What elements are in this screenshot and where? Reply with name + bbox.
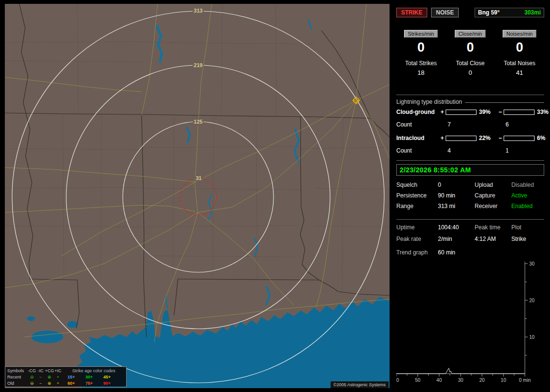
- age-60: 60+: [62, 381, 80, 386]
- distribution-title: Lightning type distribution: [396, 98, 462, 105]
- divider: [396, 95, 544, 95]
- trend-graph-row: Trend graph 60 min: [396, 249, 544, 256]
- map-legend: Symbols -CG -IC +CG +IC Strike age color…: [5, 366, 127, 387]
- svg-text:20: 20: [529, 298, 535, 303]
- upload-label: Upload: [475, 182, 511, 188]
- age-75: 75+: [80, 381, 98, 386]
- strikes-per-min-button[interactable]: Strikes/min: [404, 30, 438, 38]
- rate-counters: Strikes/min 0 Total Strikes 18 Close/min…: [396, 30, 544, 76]
- divider: [396, 219, 544, 220]
- circle-minus-icon: ⊖: [28, 375, 36, 379]
- mode-toolbar: STRIKE NOISE Bng 59° 303mi: [396, 8, 544, 17]
- circle-plus-icon: ⊕: [45, 375, 54, 379]
- stats-grid: Uptime 1004:40 Peak time Plot Peak rate …: [396, 224, 544, 242]
- persistence-value: 90 min: [438, 192, 475, 199]
- cloud-ground-label: Cloud-ground: [396, 109, 439, 115]
- svg-text:10: 10: [501, 378, 507, 383]
- ring-label-313: 313: [194, 8, 203, 14]
- noises-per-min-value: 0: [516, 40, 523, 55]
- svg-text:30: 30: [529, 261, 535, 266]
- circle-minus-icon: ⊖: [28, 381, 36, 386]
- count-label: Count: [396, 147, 439, 154]
- close-per-min-value: 0: [466, 40, 474, 55]
- cloud-ground-plus-pct: 39%: [477, 109, 497, 115]
- bearing-value: Bng 59°: [478, 9, 500, 16]
- legend-col-pos-ic: +IC: [54, 368, 62, 373]
- age-45: 45+: [98, 375, 116, 379]
- plus-icon: +: [54, 381, 62, 386]
- close-per-min-button[interactable]: Close/min: [455, 30, 486, 38]
- upload-status: Disabled: [511, 182, 544, 188]
- capture-status: Active: [511, 192, 544, 199]
- total-noises-value: 41: [516, 69, 523, 76]
- strikes-per-min-value: 0: [417, 40, 424, 55]
- bearing-range-display: Bng 59° 303mi: [475, 8, 544, 17]
- lake: [67, 321, 78, 328]
- noises-per-min-counter: Noises/min 0 Total Noises 41: [495, 30, 544, 76]
- distribution-title-row: Lightning type distribution: [396, 98, 544, 105]
- noise-button[interactable]: NOISE: [431, 8, 459, 17]
- cloud-ground-plus-bar: [446, 110, 477, 115]
- peak-rate-label: Peak rate: [396, 236, 438, 242]
- map-panel[interactable]: 313 219 125 31 Symbols -CG -IC +CG +IC S…: [5, 4, 390, 388]
- total-noises-label: Total Noises: [504, 60, 535, 67]
- total-close-value: 0: [468, 69, 472, 76]
- intracloud-plus-count: 4: [446, 147, 477, 154]
- lake-pontchartrain: [31, 331, 63, 343]
- minus-icon: −: [36, 381, 45, 386]
- legend-col-pos-cg: +CG: [45, 368, 54, 373]
- cloud-ground-plus-count: 7: [446, 121, 477, 128]
- minus-sign: −: [497, 135, 504, 141]
- legend-old-label: Old: [6, 381, 28, 386]
- peak-rate-value: 2/min: [438, 236, 475, 242]
- plus-icon: +: [54, 375, 62, 379]
- squelch-label: Squelch: [396, 182, 438, 188]
- close-per-min-counter: Close/min 0 Total Close 0: [446, 30, 495, 76]
- legend-symbols-header: Symbols: [6, 368, 28, 373]
- strikes-per-min-counter: Strikes/min 0 Total Strikes 18: [396, 30, 446, 76]
- age-15: 15+: [62, 375, 80, 379]
- legend-col-neg-cg: -CG: [28, 368, 36, 373]
- trend-chart-svg: 1020306050403020100 min: [396, 259, 544, 386]
- legend-col-neg-ic: -IC: [36, 368, 45, 373]
- datetime-display: 2/23/2026 8:55:02 AM: [396, 164, 544, 176]
- divider: [396, 160, 544, 161]
- squelch-value: 0: [438, 182, 475, 188]
- intracloud-minus-pct: 6%: [535, 135, 545, 141]
- intracloud-count-row: Count 4 1: [396, 147, 544, 154]
- lake: [27, 316, 35, 321]
- capture-label: Capture: [475, 192, 511, 199]
- svg-text:60: 60: [396, 378, 399, 383]
- total-strikes-label: Total Strikes: [405, 60, 436, 67]
- total-close-label: Total Close: [456, 60, 484, 67]
- svg-text:40: 40: [436, 378, 442, 383]
- legend-old-row: Old ⊖ − ⊕ + 60+ 75+ 90+: [6, 380, 125, 386]
- trend-chart: 1020306050403020100 min: [396, 259, 544, 386]
- age-30: 30+: [80, 375, 98, 379]
- circle-plus-icon: ⊕: [45, 381, 54, 386]
- minus-icon: −: [36, 375, 45, 379]
- svg-text:20: 20: [479, 378, 485, 383]
- total-strikes-value: 18: [418, 69, 424, 76]
- cloud-ground-minus-bar: [504, 110, 535, 115]
- uptime-value: 1004:40: [438, 224, 475, 231]
- minus-sign: −: [497, 109, 504, 115]
- plus-sign: +: [439, 109, 446, 115]
- age-90: 90+: [98, 381, 116, 386]
- range-value: 303mi: [524, 9, 541, 16]
- trend-graph-label: Trend graph: [396, 249, 438, 256]
- count-label: Count: [396, 121, 439, 128]
- plot-label: Plot: [511, 224, 544, 231]
- svg-text:10: 10: [529, 335, 535, 340]
- plot-value: Strike: [511, 236, 544, 242]
- settings-grid: Squelch 0 Upload Disabled Persistence 90…: [396, 182, 544, 210]
- divider: [465, 102, 544, 105]
- cloud-ground-minus-count: 6: [504, 121, 535, 128]
- cloud-ground-count-row: Count 7 6: [396, 121, 544, 128]
- noises-per-min-button[interactable]: Noises/min: [503, 30, 536, 38]
- strike-button[interactable]: STRIKE: [396, 8, 427, 17]
- svg-text:50: 50: [415, 378, 421, 383]
- ring-label-125: 125: [194, 119, 203, 125]
- map: 313 219 125 31: [5, 4, 390, 388]
- intracloud-plus-bar: [446, 136, 477, 141]
